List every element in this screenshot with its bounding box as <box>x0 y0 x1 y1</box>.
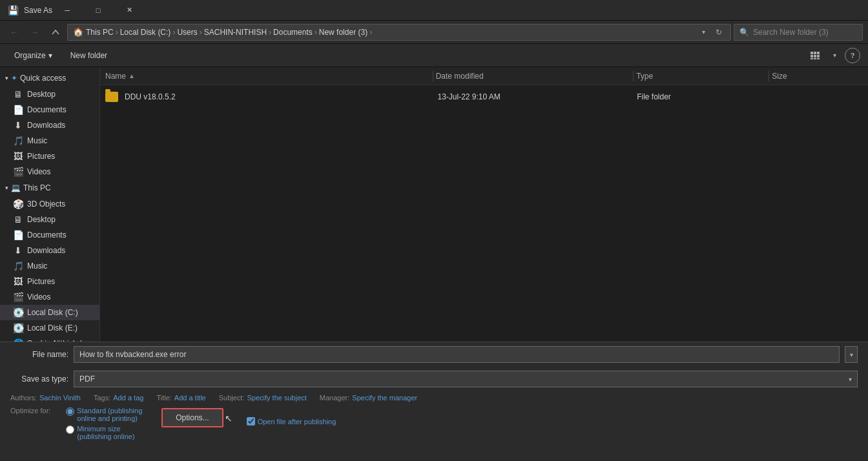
sidebar-this-pc-header[interactable]: ▾ 💻 This PC <box>0 179 99 196</box>
sidebar-item-local-e-label: Local Disk (E:) <box>27 323 78 333</box>
subject-value[interactable]: Specify the subject <box>247 394 306 402</box>
manager-field: Manager: Specify the manager <box>320 394 417 402</box>
bottom-panel: File name: ▾ Save as type: PDF ▾ Authors… <box>0 342 868 461</box>
sidebar-item-music2-label: Music <box>27 261 47 271</box>
search-placeholder: Search New folder (3) <box>753 28 829 37</box>
open-after-checkbox-label[interactable]: Open file after publishing <box>247 417 336 425</box>
sidebar-item-documents2-label: Documents <box>27 230 67 240</box>
sidebar-item-desktop-label: Desktop <box>27 90 56 99</box>
main-area: ▾ ✦ Quick access 🖥 Desktop 📄 Documents ⬇… <box>0 67 868 342</box>
sidebar-item-local-c[interactable]: 💽 Local Disk (C:) <box>0 305 99 320</box>
local-c-icon: 💽 <box>13 307 23 318</box>
svg-rect-2 <box>817 52 820 54</box>
documents-icon: 📄 <box>13 105 23 115</box>
title-value[interactable]: Add a title <box>174 394 206 402</box>
sidebar-item-videos2-label: Videos <box>27 292 50 302</box>
breadcrumb-part-6: New folder (3) <box>319 28 367 37</box>
filename-dropdown-arrow[interactable]: ▾ <box>845 346 858 363</box>
file-area: Name ▲ Date modified Type Size DDU v18.0… <box>100 67 868 342</box>
sidebar-item-music2[interactable]: 🎵 Music <box>0 258 99 274</box>
sidebar: ▾ ✦ Quick access 🖥 Desktop 📄 Documents ⬇… <box>0 67 100 342</box>
sidebar-item-music[interactable]: 🎵 Music <box>0 133 99 149</box>
sidebar-item-3d-objects[interactable]: 🎲 3D Objects <box>0 196 99 212</box>
network-icon: 🌐 <box>13 338 23 342</box>
title-text: Save As <box>24 6 52 15</box>
up-button[interactable] <box>46 23 65 41</box>
savetype-dropdown[interactable]: PDF ▾ <box>74 371 858 387</box>
meta-row: Authors: Sachin Vinith Tags: Add a tag T… <box>0 391 868 404</box>
music2-icon: 🎵 <box>13 261 23 271</box>
radio-minimum[interactable]: Minimum size(publishing online) <box>66 425 142 440</box>
svg-rect-8 <box>817 58 820 59</box>
sidebar-quick-access-label: Quick access <box>20 74 66 83</box>
cursor-after-options: ↖ <box>225 413 232 424</box>
file-type: File folder <box>637 92 671 101</box>
open-after-checkbox[interactable] <box>247 417 255 425</box>
videos2-icon: 🎬 <box>13 292 23 302</box>
sidebar-item-downloads-label: Downloads <box>27 121 65 130</box>
folder-icon <box>105 92 118 102</box>
view-arrow-button[interactable]: ▾ <box>825 46 843 65</box>
address-dropdown-button[interactable]: ▾ <box>697 26 710 39</box>
radio-minimum-input[interactable] <box>66 425 74 434</box>
close-button[interactable]: ✕ <box>114 0 144 21</box>
sidebar-item-sachin-nithish-label: Sachin-Nithish ( <box>27 339 82 342</box>
filename-input[interactable] <box>74 346 840 363</box>
view-toggle-button[interactable] <box>806 46 824 65</box>
sidebar-item-videos[interactable]: 🎬 Videos <box>0 164 99 179</box>
file-name: DDU v18.0.5.2 <box>125 92 176 101</box>
minimize-button[interactable]: ─ <box>52 0 82 21</box>
savetype-row: Save as type: PDF ▾ <box>0 367 868 391</box>
action-bar: Organize ▾ New folder ▾ ? <box>0 44 868 67</box>
savetype-arrow-icon: ▾ <box>849 376 852 383</box>
radio-group-optimize: Standard (publishingonline and printing)… <box>66 407 142 440</box>
svg-rect-4 <box>814 55 816 57</box>
videos-icon: 🎬 <box>13 167 23 177</box>
sidebar-item-videos2[interactable]: 🎬 Videos <box>0 289 99 305</box>
authors-value[interactable]: Sachin Vinith <box>39 394 81 402</box>
documents2-icon: 📄 <box>13 230 23 240</box>
sidebar-this-pc-label: This PC <box>23 183 51 192</box>
radio-standard-input[interactable] <box>66 407 74 416</box>
svg-rect-3 <box>811 55 813 57</box>
radio-standard[interactable]: Standard (publishingonline and printing) <box>66 407 142 422</box>
sidebar-item-documents2[interactable]: 📄 Documents <box>0 227 99 243</box>
sidebar-item-pictures2[interactable]: 🖼 Pictures <box>0 274 99 289</box>
sidebar-item-downloads[interactable]: ⬇ Downloads <box>0 118 99 133</box>
options-button[interactable]: Options... ↖ <box>161 408 223 427</box>
sidebar-item-sachin-nithish[interactable]: 🌐 Sachin-Nithish ( <box>0 336 99 342</box>
window-controls: ─ □ ✕ <box>52 0 144 21</box>
music-icon: 🎵 <box>13 136 23 146</box>
col-type-label: Type <box>636 72 653 81</box>
sidebar-item-local-e[interactable]: 💽 Local Disk (E:) <box>0 320 99 336</box>
sidebar-item-desktop2[interactable]: 🖥 Desktop <box>0 212 99 227</box>
toolbar: ← → 🏠 This PC › Local Disk (C:) › Users … <box>0 21 868 44</box>
sidebar-item-pictures[interactable]: 🖼 Pictures <box>0 149 99 164</box>
sidebar-item-downloads2[interactable]: ⬇ Downloads <box>0 243 99 258</box>
optimize-label: Optimize for: <box>10 407 50 415</box>
filename-row: File name: ▾ <box>0 342 868 367</box>
sidebar-item-music-label: Music <box>27 136 47 145</box>
sidebar-item-documents[interactable]: 📄 Documents <box>0 102 99 118</box>
desktop-icon: 🖥 <box>13 89 23 99</box>
refresh-button[interactable]: ↻ <box>712 26 725 39</box>
sidebar-item-desktop[interactable]: 🖥 Desktop <box>0 87 99 102</box>
subject-label: Subject: <box>219 394 245 402</box>
maximize-button[interactable]: □ <box>83 0 113 21</box>
help-button[interactable]: ? <box>845 48 860 63</box>
search-box[interactable]: 🔍 Search New folder (3) <box>734 24 863 41</box>
organize-button[interactable]: Organize ▾ <box>8 47 59 64</box>
table-row[interactable]: DDU v18.0.5.2 13-Jul-22 9:10 AM File fol… <box>100 88 868 106</box>
sidebar-quick-access-header[interactable]: ▾ ✦ Quick access <box>0 70 99 87</box>
col-sep-2 <box>633 71 634 81</box>
new-folder-button[interactable]: New folder <box>64 47 114 64</box>
manager-value[interactable]: Specify the manager <box>352 394 417 402</box>
col-name-label: Name <box>105 72 126 81</box>
local-e-icon: 💽 <box>13 323 23 333</box>
back-button[interactable]: ← <box>5 23 23 41</box>
address-bar[interactable]: 🏠 This PC › Local Disk (C:) › Users › SA… <box>67 24 731 41</box>
forward-button[interactable]: → <box>26 23 44 41</box>
downloads-icon: ⬇ <box>13 120 23 130</box>
sidebar-item-videos-label: Videos <box>27 167 50 176</box>
tags-value[interactable]: Add a tag <box>113 394 143 402</box>
